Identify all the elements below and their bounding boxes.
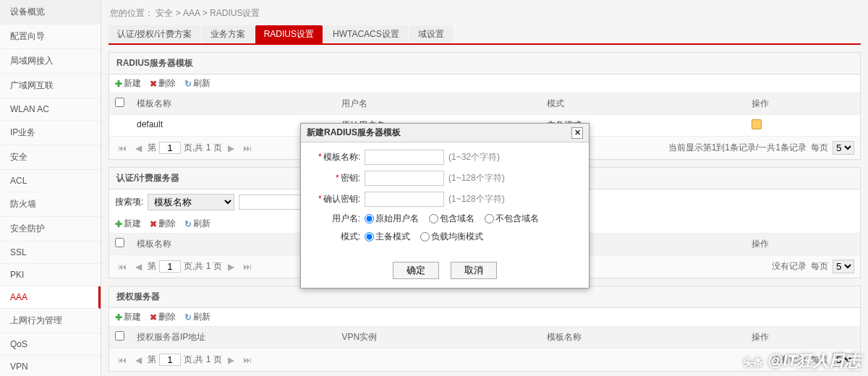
- page-size-select[interactable]: 5: [833, 260, 854, 273]
- breadcrumb: 您的位置： 安全 > AAA > RADIUS设置: [109, 4, 861, 25]
- select-all-checkbox[interactable]: [115, 238, 124, 247]
- key-input[interactable]: [365, 171, 444, 186]
- sidebar-lan-access[interactable]: 局域网接入: [0, 49, 101, 74]
- sidebar-security[interactable]: 安全: [0, 145, 101, 170]
- first-page-icon[interactable]: ⏮: [115, 143, 129, 153]
- section-title: RADIUS服务器模板: [109, 53, 860, 74]
- delete-button[interactable]: ✖删除: [150, 218, 176, 230]
- tab-hwtacacs-settings[interactable]: HWTACACS设置: [324, 25, 408, 43]
- x-icon: ✖: [150, 79, 157, 89]
- x-icon: ✖: [150, 312, 157, 322]
- ok-button[interactable]: 确定: [393, 262, 439, 279]
- sidebar-device-overview[interactable]: 设备概览: [0, 0, 101, 25]
- close-icon[interactable]: ✕: [571, 127, 583, 139]
- sidebar-wan[interactable]: 广域网互联: [0, 74, 101, 98]
- tab-service-scheme[interactable]: 业务方案: [202, 25, 254, 43]
- page-size-select[interactable]: 5: [833, 141, 854, 155]
- refresh-button[interactable]: ↻刷新: [184, 77, 210, 90]
- first-page-icon[interactable]: ⏮: [115, 355, 129, 365]
- prev-page-icon[interactable]: ◀: [132, 143, 145, 153]
- new-radius-template-modal: 新建RADIUS服务器模板 ✕ *模板名称: (1~32个字符) *密钥: (1…: [300, 123, 590, 289]
- refresh-button[interactable]: ↻刷新: [184, 311, 210, 323]
- next-page-icon[interactable]: ▶: [225, 355, 237, 365]
- search-field-select[interactable]: 模板名称: [148, 194, 234, 210]
- edit-icon[interactable]: [752, 119, 762, 129]
- sidebar-qos[interactable]: QoS: [0, 333, 101, 356]
- tab-radius-settings[interactable]: RADIUS设置: [255, 25, 323, 43]
- radio-include-domain[interactable]: 包含域名: [429, 213, 475, 225]
- refresh-icon: ↻: [184, 219, 192, 229]
- refresh-icon: ↻: [184, 79, 192, 89]
- search-label: 搜索项:: [115, 196, 143, 208]
- new-button[interactable]: ✚新建: [115, 311, 141, 323]
- tab-domain-settings[interactable]: 域设置: [409, 25, 453, 43]
- sidebar-firewall[interactable]: 防火墙: [0, 192, 101, 217]
- prev-page-icon[interactable]: ◀: [132, 355, 145, 365]
- sidebar: 设备概览 配置向导 局域网接入 广域网互联 WLAN AC IP业务 安全 AC…: [0, 0, 101, 376]
- page-input[interactable]: [159, 354, 181, 366]
- select-all-checkbox[interactable]: [115, 331, 124, 341]
- tab-auth-scheme[interactable]: 认证/授权/计费方案: [109, 25, 200, 43]
- table-header: 授权服务器IP地址 VPN实例 模板名称 操作: [109, 327, 860, 349]
- modal-titlebar: 新建RADIUS服务器模板 ✕: [301, 124, 589, 142]
- x-icon: ✖: [150, 219, 157, 229]
- tabs: 认证/授权/计费方案 业务方案 RADIUS设置 HWTACACS设置 域设置: [109, 25, 861, 45]
- sidebar-ip-service[interactable]: IP业务: [0, 121, 101, 145]
- page-input[interactable]: [159, 260, 181, 273]
- pager-info: 没有记录: [772, 260, 807, 273]
- sidebar-vpn[interactable]: VPN: [0, 356, 101, 376]
- sidebar-ssl[interactable]: SSL: [0, 242, 101, 264]
- plus-icon: ✚: [115, 219, 122, 229]
- toolbar: ✚新建 ✖删除 ↻刷新: [109, 308, 860, 327]
- sidebar-security-defense[interactable]: 安全防护: [0, 217, 101, 242]
- sidebar-wlan-ac[interactable]: WLAN AC: [0, 98, 101, 121]
- next-page-icon[interactable]: ▶: [225, 143, 237, 153]
- delete-button[interactable]: ✖删除: [150, 311, 176, 323]
- confirm-key-input[interactable]: [365, 192, 444, 207]
- radio-original-username[interactable]: 原始用户名: [365, 213, 419, 225]
- first-page-icon[interactable]: ⏮: [115, 262, 129, 272]
- prev-page-icon[interactable]: ◀: [132, 262, 145, 272]
- sidebar-pki[interactable]: PKI: [0, 264, 101, 286]
- refresh-button[interactable]: ↻刷新: [184, 218, 210, 230]
- radio-exclude-domain[interactable]: 不包含域名: [485, 213, 539, 225]
- radio-load-balance[interactable]: 负载均衡模式: [420, 231, 483, 243]
- select-all-checkbox[interactable]: [115, 98, 124, 107]
- delete-button[interactable]: ✖删除: [150, 77, 176, 90]
- next-page-icon[interactable]: ▶: [225, 262, 237, 272]
- sidebar-behavior-mgmt[interactable]: 上网行为管理: [0, 309, 101, 333]
- last-page-icon[interactable]: ⏭: [240, 262, 255, 272]
- new-button[interactable]: ✚新建: [115, 218, 141, 230]
- new-button[interactable]: ✚新建: [115, 77, 141, 90]
- page-input[interactable]: [159, 142, 181, 154]
- refresh-icon: ↻: [184, 312, 192, 322]
- cancel-button[interactable]: 取消: [451, 262, 497, 279]
- last-page-icon[interactable]: ⏭: [240, 355, 255, 365]
- table-header: 模板名称 用户名 模式 操作: [109, 93, 860, 115]
- sidebar-aaa[interactable]: AAA: [0, 286, 101, 309]
- plus-icon: ✚: [115, 79, 122, 89]
- plus-icon: ✚: [115, 312, 122, 322]
- pager-info: 当前显示第1到1条记录/一共1条记录: [668, 142, 807, 154]
- last-page-icon[interactable]: ⏭: [240, 143, 255, 153]
- section-title: 授权服务器: [109, 286, 860, 308]
- sidebar-config-wizard[interactable]: 配置向导: [0, 25, 101, 49]
- modal-title: 新建RADIUS服务器模板: [307, 127, 401, 139]
- watermark: 头条 @IT狂人日志: [743, 350, 861, 372]
- template-name-input[interactable]: [365, 150, 444, 165]
- toolbar: ✚新建 ✖删除 ↻刷新: [109, 74, 860, 93]
- radio-master-backup[interactable]: 主备模式: [365, 231, 410, 243]
- sidebar-acl[interactable]: ACL: [0, 170, 101, 192]
